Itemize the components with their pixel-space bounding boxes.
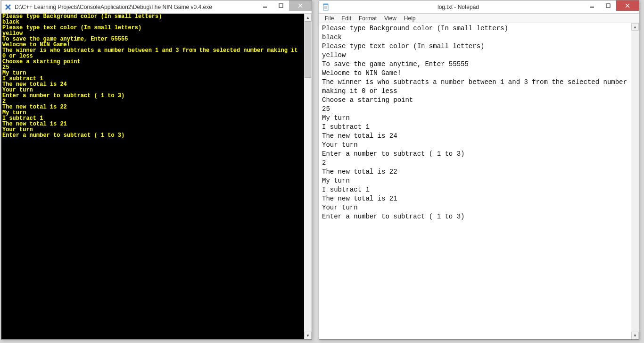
notepad-icon — [322, 3, 330, 11]
console-title: D:\C++ Learning Projects\ConsoleApplicat… — [15, 4, 257, 10]
scroll-up-button[interactable]: ▲ — [631, 23, 639, 31]
maximize-button[interactable] — [273, 0, 289, 11]
console-titlebar[interactable]: D:\C++ Learning Projects\ConsoleApplicat… — [1, 0, 312, 14]
window-controls — [584, 0, 639, 11]
svg-rect-3 — [323, 4, 328, 5]
scroll-thumb[interactable] — [305, 21, 311, 78]
minimize-button[interactable] — [257, 0, 273, 11]
minimize-button[interactable] — [584, 0, 600, 11]
maximize-button[interactable] — [600, 0, 616, 11]
svg-rect-1 — [279, 4, 283, 8]
vertical-scrollbar[interactable]: ▲ ▼ — [304, 14, 312, 339]
notepad-title: log.txt - Notepad — [332, 4, 584, 10]
vertical-scrollbar[interactable]: ▲ ▼ — [631, 23, 639, 339]
menu-file[interactable]: File — [321, 14, 338, 23]
notepad-titlebar[interactable]: log.txt - Notepad — [319, 0, 639, 14]
console-body[interactable]: Please type Background color (In small l… — [1, 14, 312, 339]
notepad-window: log.txt - Notepad File Edit Format View … — [319, 0, 639, 340]
app-icon — [4, 3, 12, 11]
svg-rect-7 — [590, 7, 594, 8]
menu-help[interactable]: Help — [400, 14, 420, 23]
scroll-down-button[interactable]: ▼ — [304, 332, 312, 339]
notepad-body[interactable]: Please type Background color (In small l… — [319, 23, 639, 339]
notepad-content[interactable]: Please type Background color (In small l… — [319, 23, 630, 222]
menubar: File Edit Format View Help — [319, 14, 639, 23]
menu-view[interactable]: View — [380, 14, 400, 23]
scroll-up-button[interactable]: ▲ — [304, 14, 312, 21]
close-button[interactable] — [289, 0, 312, 11]
console-output: Please type Background color (In small l… — [1, 14, 303, 138]
window-controls — [257, 0, 312, 11]
scroll-track[interactable] — [304, 21, 312, 332]
scroll-track[interactable] — [631, 31, 639, 332]
close-button[interactable] — [616, 0, 639, 11]
svg-rect-8 — [606, 4, 610, 8]
menu-format[interactable]: Format — [355, 14, 380, 23]
svg-rect-0 — [263, 7, 267, 8]
menu-edit[interactable]: Edit — [338, 14, 355, 23]
scroll-down-button[interactable]: ▼ — [631, 332, 639, 339]
console-window: D:\C++ Learning Projects\ConsoleApplicat… — [1, 0, 312, 340]
